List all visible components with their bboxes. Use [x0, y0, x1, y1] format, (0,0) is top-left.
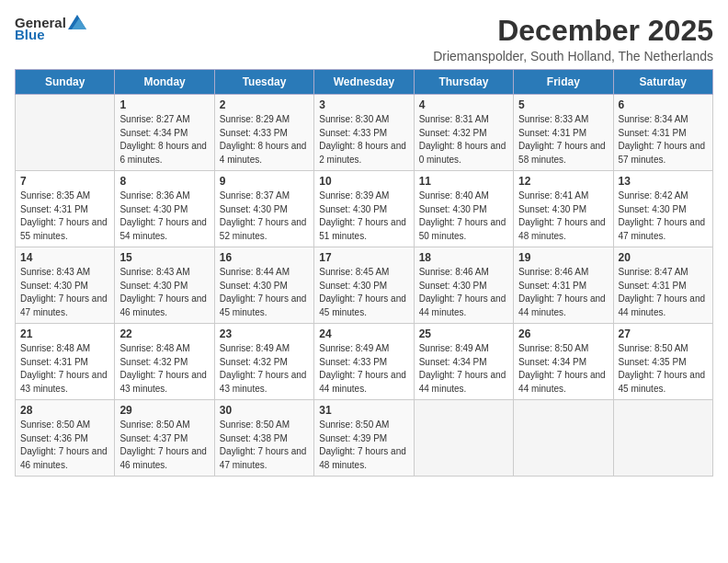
day-info: Sunrise: 8:35 AMSunset: 4:31 PMDaylight:… — [20, 190, 109, 243]
calendar-cell: 19Sunrise: 8:46 AMSunset: 4:31 PMDayligh… — [514, 247, 613, 324]
day-info: Sunrise: 8:48 AMSunset: 4:31 PMDaylight:… — [20, 342, 109, 396]
day-number: 25 — [419, 327, 508, 340]
weekday-header: Wednesday — [314, 70, 414, 95]
weekday-header: Tuesday — [214, 70, 313, 95]
calendar-cell — [16, 95, 115, 171]
calendar-cell: 13Sunrise: 8:42 AMSunset: 4:30 PMDayligh… — [613, 171, 712, 247]
calendar-cell — [514, 400, 613, 477]
header: General Blue December 2025 Driemanspolde… — [15, 15, 713, 63]
main-title: December 2025 — [433, 15, 713, 47]
day-number: 17 — [319, 251, 408, 264]
day-number: 14 — [20, 251, 109, 264]
day-number: 8 — [119, 175, 209, 188]
day-number: 16 — [220, 251, 309, 264]
day-number: 11 — [419, 175, 508, 188]
day-info: Sunrise: 8:46 AMSunset: 4:31 PMDaylight:… — [518, 266, 608, 319]
calendar-cell: 6Sunrise: 8:34 AMSunset: 4:31 PMDaylight… — [613, 95, 712, 171]
day-number: 13 — [619, 175, 708, 188]
calendar-cell: 18Sunrise: 8:46 AMSunset: 4:30 PMDayligh… — [414, 247, 513, 324]
calendar-cell: 8Sunrise: 8:36 AMSunset: 4:30 PMDaylight… — [115, 171, 214, 247]
weekday-header-row: SundayMondayTuesdayWednesdayThursdayFrid… — [16, 70, 713, 95]
calendar-cell: 7Sunrise: 8:35 AMSunset: 4:31 PMDaylight… — [16, 171, 115, 247]
logo: General Blue — [15, 15, 86, 42]
calendar-cell: 12Sunrise: 8:41 AMSunset: 4:30 PMDayligh… — [514, 171, 613, 247]
calendar-cell — [414, 400, 513, 477]
calendar-cell: 20Sunrise: 8:47 AMSunset: 4:31 PMDayligh… — [613, 247, 712, 324]
calendar-cell: 1Sunrise: 8:27 AMSunset: 4:34 PMDaylight… — [115, 95, 214, 171]
day-number: 26 — [518, 327, 608, 340]
calendar-cell: 17Sunrise: 8:45 AMSunset: 4:30 PMDayligh… — [314, 247, 414, 324]
day-info: Sunrise: 8:27 AMSunset: 4:34 PMDaylight:… — [119, 113, 209, 167]
calendar-week-row: 1Sunrise: 8:27 AMSunset: 4:34 PMDaylight… — [16, 95, 713, 171]
day-info: Sunrise: 8:33 AMSunset: 4:31 PMDaylight:… — [518, 113, 608, 167]
day-number: 30 — [220, 404, 309, 417]
day-info: Sunrise: 8:45 AMSunset: 4:30 PMDaylight:… — [319, 266, 408, 319]
day-info: Sunrise: 8:50 AMSunset: 4:39 PMDaylight:… — [319, 419, 408, 472]
calendar-cell: 29Sunrise: 8:50 AMSunset: 4:37 PMDayligh… — [115, 400, 214, 477]
day-info: Sunrise: 8:49 AMSunset: 4:34 PMDaylight:… — [419, 342, 508, 396]
calendar-cell: 2Sunrise: 8:29 AMSunset: 4:33 PMDaylight… — [214, 95, 313, 171]
calendar-cell: 24Sunrise: 8:49 AMSunset: 4:33 PMDayligh… — [314, 324, 414, 400]
calendar-cell: 3Sunrise: 8:30 AMSunset: 4:33 PMDaylight… — [314, 95, 414, 171]
day-info: Sunrise: 8:50 AMSunset: 4:37 PMDaylight:… — [119, 419, 209, 472]
day-number: 29 — [119, 404, 209, 417]
calendar-cell: 10Sunrise: 8:39 AMSunset: 4:30 PMDayligh… — [314, 171, 414, 247]
day-info: Sunrise: 8:41 AMSunset: 4:30 PMDaylight:… — [518, 190, 608, 243]
day-number: 7 — [20, 175, 109, 188]
weekday-header: Saturday — [613, 70, 712, 95]
day-info: Sunrise: 8:42 AMSunset: 4:30 PMDaylight:… — [619, 190, 708, 243]
day-number: 10 — [319, 175, 408, 188]
day-info: Sunrise: 8:40 AMSunset: 4:30 PMDaylight:… — [419, 190, 508, 243]
day-info: Sunrise: 8:50 AMSunset: 4:34 PMDaylight:… — [518, 342, 608, 396]
weekday-header: Friday — [514, 70, 613, 95]
day-info: Sunrise: 8:49 AMSunset: 4:32 PMDaylight:… — [220, 342, 309, 396]
day-info: Sunrise: 8:31 AMSunset: 4:32 PMDaylight:… — [419, 113, 508, 167]
day-number: 12 — [518, 175, 608, 188]
day-number: 15 — [119, 251, 209, 264]
day-info: Sunrise: 8:34 AMSunset: 4:31 PMDaylight:… — [619, 113, 708, 167]
calendar-cell: 14Sunrise: 8:43 AMSunset: 4:30 PMDayligh… — [16, 247, 115, 324]
calendar-cell: 26Sunrise: 8:50 AMSunset: 4:34 PMDayligh… — [514, 324, 613, 400]
day-number: 27 — [619, 327, 708, 340]
day-info: Sunrise: 8:37 AMSunset: 4:30 PMDaylight:… — [220, 190, 309, 243]
calendar-cell: 11Sunrise: 8:40 AMSunset: 4:30 PMDayligh… — [414, 171, 513, 247]
day-number: 4 — [419, 98, 508, 111]
day-info: Sunrise: 8:30 AMSunset: 4:33 PMDaylight:… — [319, 113, 408, 167]
day-number: 6 — [619, 98, 708, 111]
day-number: 3 — [319, 98, 408, 111]
calendar-cell: 9Sunrise: 8:37 AMSunset: 4:30 PMDaylight… — [214, 171, 313, 247]
subtitle: Driemanspolder, South Holland, The Nethe… — [433, 49, 713, 63]
day-number: 19 — [518, 251, 608, 264]
calendar-cell: 22Sunrise: 8:48 AMSunset: 4:32 PMDayligh… — [115, 324, 214, 400]
day-info: Sunrise: 8:50 AMSunset: 4:35 PMDaylight:… — [619, 342, 708, 396]
day-info: Sunrise: 8:48 AMSunset: 4:32 PMDaylight:… — [119, 342, 209, 396]
day-number: 31 — [319, 404, 408, 417]
calendar-cell: 30Sunrise: 8:50 AMSunset: 4:38 PMDayligh… — [214, 400, 313, 477]
day-info: Sunrise: 8:50 AMSunset: 4:38 PMDaylight:… — [220, 419, 309, 472]
weekday-header: Sunday — [16, 70, 115, 95]
title-area: December 2025 Driemanspolder, South Holl… — [433, 15, 713, 63]
calendar-cell: 4Sunrise: 8:31 AMSunset: 4:32 PMDaylight… — [414, 95, 513, 171]
weekday-header: Thursday — [414, 70, 513, 95]
calendar-week-row: 21Sunrise: 8:48 AMSunset: 4:31 PMDayligh… — [16, 324, 713, 400]
day-number: 18 — [419, 251, 508, 264]
calendar-week-row: 14Sunrise: 8:43 AMSunset: 4:30 PMDayligh… — [16, 247, 713, 324]
day-number: 2 — [220, 98, 309, 111]
day-info: Sunrise: 8:29 AMSunset: 4:33 PMDaylight:… — [220, 113, 309, 167]
day-number: 1 — [119, 98, 209, 111]
weekday-header: Monday — [115, 70, 214, 95]
calendar-cell: 15Sunrise: 8:43 AMSunset: 4:30 PMDayligh… — [115, 247, 214, 324]
logo-blue: Blue — [15, 27, 45, 42]
day-number: 22 — [119, 327, 209, 340]
day-info: Sunrise: 8:50 AMSunset: 4:36 PMDaylight:… — [20, 419, 109, 472]
day-info: Sunrise: 8:49 AMSunset: 4:33 PMDaylight:… — [319, 342, 408, 396]
calendar-cell: 5Sunrise: 8:33 AMSunset: 4:31 PMDaylight… — [514, 95, 613, 171]
calendar-cell: 21Sunrise: 8:48 AMSunset: 4:31 PMDayligh… — [16, 324, 115, 400]
calendar-cell: 31Sunrise: 8:50 AMSunset: 4:39 PMDayligh… — [314, 400, 414, 477]
day-number: 24 — [319, 327, 408, 340]
calendar-week-row: 28Sunrise: 8:50 AMSunset: 4:36 PMDayligh… — [16, 400, 713, 477]
day-info: Sunrise: 8:36 AMSunset: 4:30 PMDaylight:… — [119, 190, 209, 243]
day-number: 21 — [20, 327, 109, 340]
day-number: 28 — [20, 404, 109, 417]
calendar-cell: 27Sunrise: 8:50 AMSunset: 4:35 PMDayligh… — [613, 324, 712, 400]
